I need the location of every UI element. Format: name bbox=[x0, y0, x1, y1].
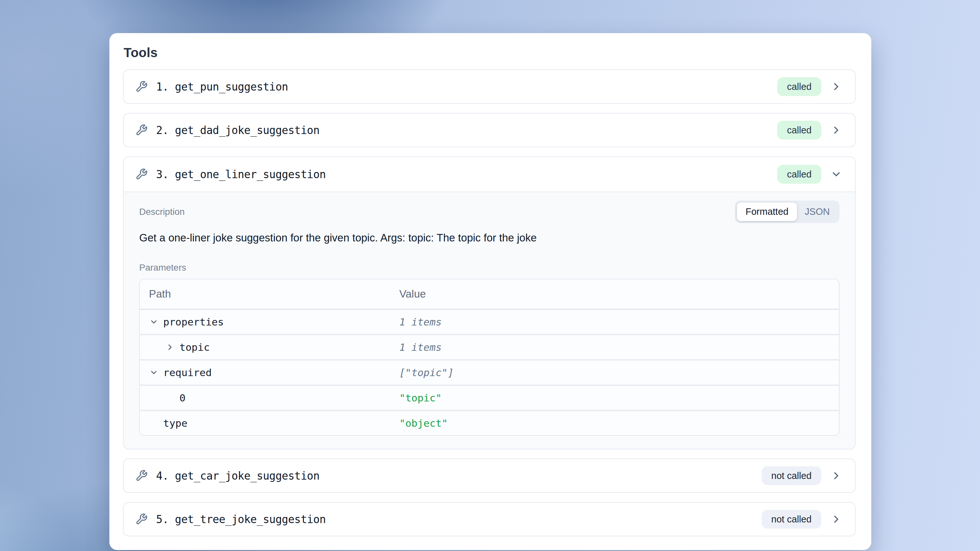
chevron-down-icon[interactable] bbox=[149, 368, 159, 377]
path-cell: 0 bbox=[180, 392, 186, 404]
chevron-placeholder bbox=[149, 418, 159, 428]
tool-detail-panel: Description Formatted JSON Get a one-lin… bbox=[124, 191, 855, 449]
tool-name: 4. get_car_joke_suggestion bbox=[156, 470, 320, 482]
value-cell: "object" bbox=[391, 417, 839, 429]
tool-description-text: Get a one-liner joke suggestion for the … bbox=[139, 231, 840, 245]
path-cell: type bbox=[163, 417, 188, 429]
description-label: Description bbox=[139, 207, 185, 217]
chevron-placeholder bbox=[165, 393, 175, 403]
value-cell: 1 items bbox=[391, 341, 839, 353]
parameters-table: Path Value properties 1 items topic 1 bbox=[139, 279, 840, 436]
tool-name: 5. get_tree_joke_suggestion bbox=[156, 513, 326, 526]
tool-row-get-car-joke-suggestion[interactable]: 4. get_car_joke_suggestion not called bbox=[123, 459, 856, 493]
path-column-header: Path bbox=[140, 288, 391, 300]
status-badge: not called bbox=[762, 510, 821, 529]
value-cell: 1 items bbox=[391, 316, 839, 328]
tool-row-get-dad-joke-suggestion[interactable]: 2. get_dad_joke_suggestion called bbox=[123, 113, 856, 147]
path-cell: topic bbox=[180, 341, 210, 353]
chevron-right-icon[interactable] bbox=[165, 342, 175, 352]
tool-row-get-tree-joke-suggestion[interactable]: 5. get_tree_joke_suggestion not called bbox=[123, 502, 856, 537]
wrench-icon bbox=[135, 513, 148, 526]
wrench-icon bbox=[135, 124, 148, 136]
table-row-required: required ["topic"] bbox=[140, 359, 839, 385]
view-toggle: Formatted JSON bbox=[735, 201, 840, 223]
tools-panel: Tools 1. get_pun_suggestion called 2. ge… bbox=[109, 33, 871, 550]
parameters-table-header: Path Value bbox=[140, 279, 839, 310]
tool-name: 2. get_dad_joke_suggestion bbox=[156, 124, 320, 137]
chevron-right-icon bbox=[830, 470, 842, 482]
table-row-type: type "object" bbox=[140, 410, 839, 435]
status-badge: not called bbox=[762, 466, 821, 485]
path-cell: properties bbox=[163, 316, 224, 328]
wrench-icon bbox=[135, 470, 148, 482]
chevron-right-icon bbox=[830, 513, 842, 525]
tool-row-get-pun-suggestion[interactable]: 1. get_pun_suggestion called bbox=[123, 69, 856, 104]
chevron-down-icon[interactable] bbox=[149, 317, 159, 327]
path-cell: required bbox=[163, 367, 212, 378]
tool-row-get-one-liner-suggestion[interactable]: 3. get_one_liner_suggestion called bbox=[124, 157, 855, 191]
status-badge: called bbox=[777, 165, 821, 184]
tool-name: 3. get_one_liner_suggestion bbox=[156, 168, 326, 181]
status-badge: called bbox=[777, 121, 821, 140]
panel-title: Tools bbox=[124, 45, 856, 61]
value-cell: "topic" bbox=[391, 392, 839, 404]
wrench-icon bbox=[135, 168, 148, 180]
status-badge: called bbox=[777, 77, 821, 96]
toggle-json-button[interactable]: JSON bbox=[797, 202, 838, 221]
tool-name: 1. get_pun_suggestion bbox=[156, 80, 288, 93]
chevron-down-icon bbox=[830, 169, 842, 180]
chevron-right-icon bbox=[830, 81, 842, 92]
chevron-right-icon bbox=[830, 124, 842, 136]
parameters-label: Parameters bbox=[139, 263, 840, 273]
table-row-topic: topic 1 items bbox=[140, 334, 839, 359]
toggle-formatted-button[interactable]: Formatted bbox=[737, 202, 797, 221]
value-column-header: Value bbox=[391, 288, 839, 300]
tool-row-get-one-liner-suggestion-expanded: 3. get_one_liner_suggestion called Descr… bbox=[123, 156, 856, 449]
table-row-required-0: 0 "topic" bbox=[140, 385, 839, 410]
wrench-icon bbox=[135, 80, 148, 93]
table-row-properties: properties 1 items bbox=[140, 310, 839, 334]
value-cell: ["topic"] bbox=[391, 367, 839, 378]
